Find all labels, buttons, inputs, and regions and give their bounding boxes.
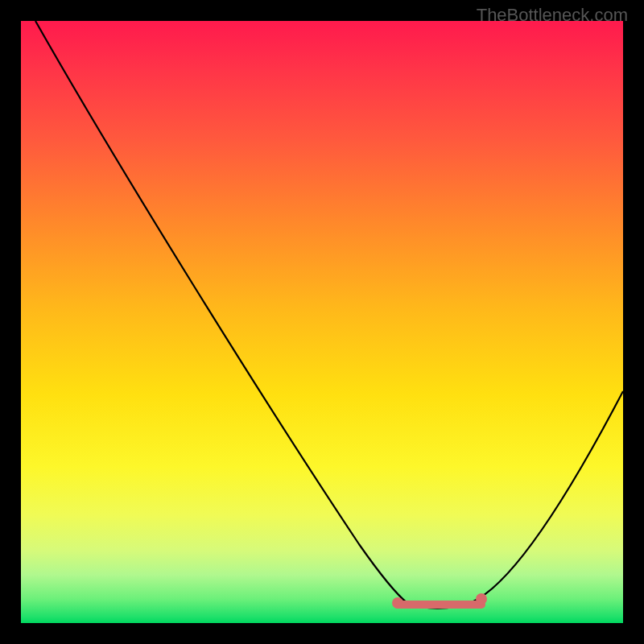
chart-svg — [21, 21, 623, 623]
optimal-range-end-dot — [476, 593, 487, 605]
watermark-text: TheBottleneck.com — [477, 5, 628, 26]
bottleneck-curve-left — [35, 21, 407, 603]
bottleneck-curve-right — [407, 391, 623, 609]
chart-plot-area — [21, 21, 623, 623]
optimal-range-start-dot — [392, 597, 403, 609]
